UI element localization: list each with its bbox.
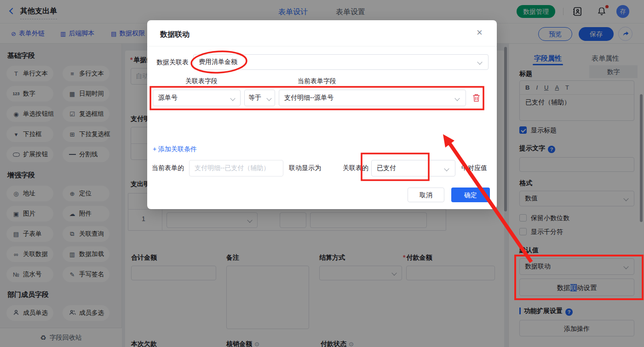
confirm-button[interactable]: 确定 [451,188,490,202]
rel-table-label: 数据关联表 [156,58,189,67]
delete-condition-icon[interactable] [472,93,481,104]
linked-field-select[interactable]: 已支付 [371,160,455,176]
rel-table-select[interactable]: 费用清单金额 [193,54,489,70]
cancel-button[interactable]: 取消 [408,188,444,202]
close-icon[interactable]: × [477,28,483,38]
current-form-field-input: 支付明细--已支付（辅助） [189,160,283,176]
condition-target-select[interactable]: 支付明细--源单号 [279,90,466,106]
current-form-of-label: 当前表单的 [152,164,184,172]
add-condition-link[interactable]: + 添加关联条件 [153,145,197,154]
display-as-label: 联动显示为 [289,164,321,172]
rel-table-value: 费用清单金额 [194,55,488,69]
modal-divider [147,46,497,46]
condition-operator-select[interactable]: 等于 [244,90,275,106]
corresponding-value-label: 中对应值 [461,164,487,172]
data-linkage-modal: 数据联动 × 数据关联表 费用清单金额 关联表字段 当前表单字段 源单号 等于 … [147,20,497,209]
condition-field-select[interactable]: 源单号 [153,90,241,106]
column-header-current-field: 当前表单字段 [298,77,336,85]
rel-table-of-label: 关联表的 [343,164,368,172]
plus-icon: + [153,145,156,153]
column-header-rel-field: 关联表字段 [185,77,218,85]
form-designer-app: 其他支出单 表单设计 表单设置 数据管理 存 ⊘ 表单外链 ▥ 后端脚本 ▤ 数… [0,0,644,347]
modal-title: 数据联动 [160,30,190,40]
